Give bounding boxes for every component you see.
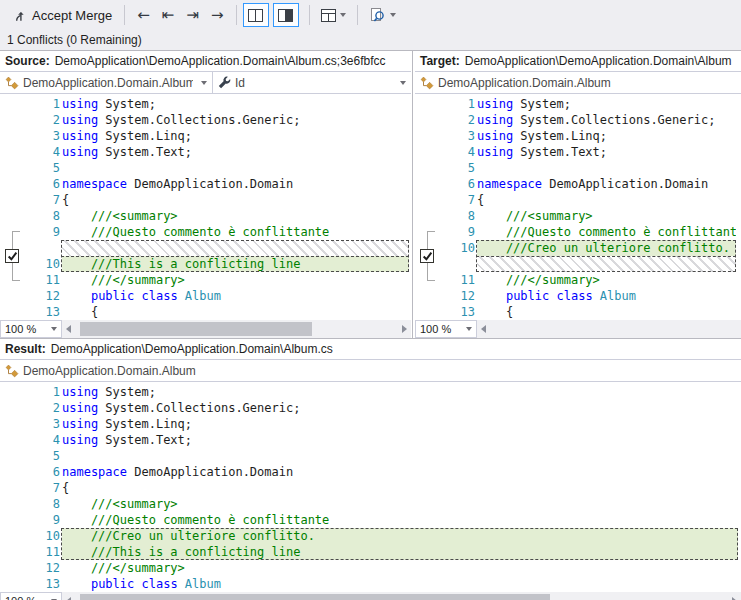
toolbar-separator <box>309 5 310 25</box>
two-pane-view-button[interactable] <box>243 3 269 27</box>
code-text: ///Questo commento è conflittante <box>62 512 738 528</box>
target-bottom-bar: 100 % <box>415 320 741 338</box>
scroll-right-icon[interactable] <box>402 325 407 333</box>
code-line: 8 ///<summary> <box>0 208 411 224</box>
code-line: 13 { <box>415 304 741 320</box>
result-bottom-bar: 100 % <box>0 592 741 600</box>
line-number: 1 <box>0 96 62 112</box>
line-number: 6 <box>0 176 62 192</box>
result-zoom-select[interactable]: 100 % <box>0 592 62 600</box>
line-number: 13 <box>415 304 477 320</box>
line-number: 2 <box>415 112 477 128</box>
toolbar-separator <box>124 5 125 25</box>
scrollbar-thumb[interactable] <box>80 594 550 600</box>
code-line: 1using System; <box>0 384 741 400</box>
mixed-pane-view-button[interactable] <box>273 3 299 27</box>
result-header: Result: DemoApplication\DemoApplication.… <box>0 339 741 359</box>
line-number: 4 <box>0 144 62 160</box>
result-editor[interactable]: 1using System;2using System.Collections.… <box>0 382 741 592</box>
line-number: 3 <box>415 128 477 144</box>
code-line: 2using System.Collections.Generic; <box>0 112 411 128</box>
arrow-right-icon: → <box>211 6 224 24</box>
line-number: 4 <box>0 432 62 448</box>
line-number: 13 <box>0 576 62 592</box>
line-number: 5 <box>415 160 477 176</box>
target-pane: Target: DemoApplication\DemoApplication.… <box>415 51 741 338</box>
line-number: 5 <box>0 160 62 176</box>
source-horizontal-scrollbar[interactable] <box>62 320 411 338</box>
code-line: 12 public class Album <box>415 288 741 304</box>
code-line: 9 ///Questo commento è conflittante <box>415 224 741 240</box>
target-type-dropdown[interactable]: DemoApplication.Domain.Album <box>415 72 741 93</box>
code-line: 12 public class Album <box>0 288 411 304</box>
line-number: 1 <box>415 96 477 112</box>
scroll-left-icon[interactable] <box>66 325 71 333</box>
code-text: using System.Collections.Generic; <box>62 400 738 416</box>
code-line: 11 ///This is a conflicting line <box>0 544 741 560</box>
line-number: 5 <box>0 448 62 464</box>
class-icon <box>420 76 434 90</box>
line-number: 11 <box>415 272 477 288</box>
previous-difference-button[interactable]: ← <box>131 4 156 26</box>
accept-merge-button[interactable]: Accept Merge <box>6 6 118 25</box>
target-zoom-select[interactable]: 100 % <box>415 320 477 338</box>
code-text: namespace DemoApplication.Domain <box>477 176 736 192</box>
code-line: 5 <box>0 160 411 176</box>
line-number: 1 <box>0 384 62 400</box>
line-number: 12 <box>0 560 62 576</box>
code-text: namespace DemoApplication.Domain <box>62 464 738 480</box>
merge-icon <box>12 8 27 23</box>
source-bottom-bar: 100 % <box>0 320 411 338</box>
scrollbar-thumb[interactable] <box>80 322 312 336</box>
scroll-left-icon[interactable] <box>481 325 486 333</box>
code-text: using System.Linq; <box>62 128 409 144</box>
conflict-checkbox-checked[interactable] <box>420 249 434 263</box>
code-text: using System.Text; <box>62 144 409 160</box>
class-icon <box>5 364 19 378</box>
line-number: 12 <box>415 288 477 304</box>
line-number: 2 <box>0 112 62 128</box>
next-difference-button[interactable]: → <box>205 4 230 26</box>
source-zoom-select[interactable]: 100 % <box>0 320 62 338</box>
target-header: Target: DemoApplication\DemoApplication.… <box>415 51 741 71</box>
wrench-icon <box>218 76 231 89</box>
code-text: using System.Collections.Generic; <box>477 112 736 128</box>
window-layout-icon <box>321 9 336 22</box>
code-line: 9 ///Questo commento è conflittante <box>0 224 411 240</box>
last-difference-button[interactable]: ⇥ <box>180 4 205 26</box>
code-line: 10 ///Creo un ulteriore conflitto. <box>415 240 741 256</box>
code-text <box>62 240 409 256</box>
code-line: 7{ <box>0 192 411 208</box>
chevron-down-icon <box>400 81 406 85</box>
arrow-right-bar-icon: ⇥ <box>186 6 199 24</box>
line-number: 8 <box>0 208 62 224</box>
source-editor[interactable]: 1using System;2using System.Collections.… <box>0 94 411 320</box>
line-number: 4 <box>415 144 477 160</box>
target-type-name: DemoApplication.Domain.Album <box>438 76 611 90</box>
conflict-checkbox-checked[interactable] <box>5 249 19 263</box>
source-type-dropdown[interactable]: DemoApplication.Domain.Album <box>0 72 213 93</box>
chevron-down-icon <box>466 327 472 331</box>
code-text: { <box>62 480 738 496</box>
layout-dropdown-button[interactable] <box>316 6 351 25</box>
code-line: 9 ///Questo commento è conflittante <box>0 512 741 528</box>
preview-dropdown-button[interactable] <box>364 5 401 26</box>
target-navigation-bar: DemoApplication.Domain.Album <box>415 71 741 94</box>
target-editor[interactable]: 1using System;2using System.Collections.… <box>415 94 741 320</box>
code-text: using System; <box>477 96 736 112</box>
document-magnifier-icon <box>369 8 386 23</box>
conflicts-status: 1 Conflicts (0 Remaining) <box>0 30 741 50</box>
target-horizontal-scrollbar[interactable] <box>477 320 741 338</box>
code-line: 8 ///<summary> <box>0 496 741 512</box>
result-type-dropdown[interactable]: DemoApplication.Domain.Album <box>0 360 741 381</box>
target-path: DemoApplication\DemoApplication.Domain\A… <box>465 54 732 68</box>
result-horizontal-scrollbar[interactable] <box>62 592 741 600</box>
code-text: using System.Text; <box>62 432 738 448</box>
code-line: 5 <box>415 160 741 176</box>
code-line: 4using System.Text; <box>415 144 741 160</box>
code-text <box>477 160 736 176</box>
code-line: 6namespace DemoApplication.Domain <box>0 464 741 480</box>
code-line: 4using System.Text; <box>0 432 741 448</box>
source-member-dropdown[interactable]: Id <box>213 72 411 93</box>
first-difference-button[interactable]: ⇤ <box>156 4 181 26</box>
